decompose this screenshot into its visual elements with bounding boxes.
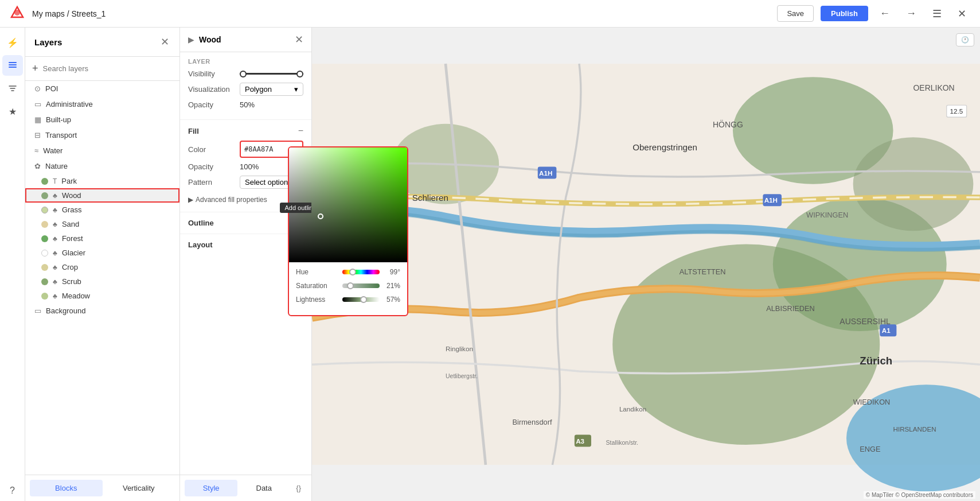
saturation-value: 21% [383, 282, 400, 290]
layer-item-wood[interactable]: ♣ Wood [25, 188, 179, 203]
layer-group-nature[interactable]: ✿ Nature [25, 158, 179, 174]
close-button[interactable]: ✕ [953, 5, 971, 22]
layer-item-meadow[interactable]: ♣ Meadow [25, 289, 179, 303]
visibility-thumb-right [296, 71, 303, 77]
transport-icon: ⊟ [34, 131, 41, 139]
wood-back-icon[interactable]: ▶ [188, 35, 194, 44]
menu-button[interactable]: ☰ [928, 5, 946, 22]
hue-value: 99° [383, 268, 400, 276]
svg-text:Zürich: Zürich [860, 355, 892, 367]
layer-group-builtup[interactable]: ▦ Built-up [25, 112, 179, 127]
forward-button[interactable]: → [901, 5, 921, 22]
svg-point-10 [853, 137, 974, 231]
layer-group-poi[interactable]: ⊙ POI [25, 81, 179, 96]
wood-label: Wood [62, 191, 81, 200]
visibility-thumb-left [240, 71, 247, 77]
visualization-chevron: ▾ [294, 85, 298, 94]
hue-slider[interactable] [342, 270, 380, 274]
layer-group-water[interactable]: ≈ Water [25, 143, 179, 158]
visibility-label: Visibility [188, 69, 240, 78]
logo [9, 5, 25, 22]
opacity-label: Opacity [188, 100, 240, 109]
svg-text:ALTSTETTEN: ALTSTETTEN [680, 267, 726, 276]
sidebar-icon-lightning[interactable]: ⚡ [2, 32, 23, 53]
forest-icon: ♣ [53, 235, 57, 243]
sidebar-icon-star[interactable]: ★ [2, 101, 23, 122]
transport-label: Transport [45, 131, 77, 139]
layer-item-glacier[interactable]: ♣ Glacier [25, 246, 179, 260]
saturation-slider[interactable] [342, 283, 380, 288]
visibility-row: Visibility [188, 69, 303, 78]
nature-icon: ✿ [34, 162, 41, 170]
svg-text:Landikon: Landikon [619, 405, 646, 413]
meadow-label: Meadow [62, 292, 90, 300]
search-input[interactable] [43, 64, 173, 73]
layer-item-forest[interactable]: ♣ Forest [25, 231, 179, 246]
sidebar-icon-filter[interactable] [2, 78, 23, 99]
svg-text:12.5: 12.5 [950, 107, 963, 115]
layers-title: Layers [34, 37, 159, 47]
verticality-tab[interactable]: Verticality [103, 480, 175, 496]
map-area[interactable]: Schlieren Oberengstringen HÖNGG WIPKINGE… [312, 28, 980, 501]
svg-text:Ringlikon: Ringlikon [446, 345, 473, 352]
time-control[interactable]: 🕐 [956, 33, 974, 46]
style-tab[interactable]: Style [185, 480, 237, 496]
code-tab[interactable]: {} [290, 480, 307, 496]
back-button[interactable]: ← [875, 5, 895, 22]
sidebar-icon-help[interactable]: ? [2, 480, 23, 501]
layer-item-grass[interactable]: ♣ Grass [25, 203, 179, 217]
svg-text:A1H: A1H [764, 196, 778, 204]
lightness-thumb [360, 296, 367, 303]
publish-button[interactable]: Publish [821, 6, 868, 21]
svg-rect-3 [9, 64, 17, 65]
hue-row: Hue 99° [296, 268, 400, 276]
layer-group-administrative[interactable]: ▭ Administrative [25, 96, 179, 112]
svg-text:WIPKINGEN: WIPKINGEN [806, 211, 848, 219]
visibility-slider[interactable] [240, 73, 303, 75]
data-tab[interactable]: Data [237, 480, 290, 496]
breadcrumb: My maps / Streets_1 [32, 9, 106, 18]
layer-group-background[interactable]: ▭ Background [25, 303, 179, 319]
blocks-tab[interactable]: Blocks [30, 480, 103, 496]
svg-text:Birmensdorf: Birmensdorf [513, 418, 552, 426]
outline-header: Outline + Add outline [188, 217, 303, 229]
pattern-placeholder: Select option [245, 178, 288, 187]
fill-title: Fill [188, 127, 298, 135]
svg-text:ALBISRIEDEN: ALBISRIEDEN [766, 304, 815, 313]
opacity-value: 50% [240, 100, 303, 109]
hue-thumb [349, 269, 356, 275]
wood-title: Wood [199, 35, 295, 44]
add-layer-button[interactable]: + [32, 63, 38, 75]
fill-minus-button[interactable]: − [298, 126, 303, 136]
opacity-row: Opacity 50% [188, 100, 303, 109]
visualization-row: Visualization Polygon ▾ [188, 83, 303, 96]
lightness-slider[interactable] [342, 297, 380, 302]
layer-item-park[interactable]: T Park [25, 174, 179, 188]
wood-close-button[interactable]: ✕ [295, 33, 303, 46]
layer-group-transport[interactable]: ⊟ Transport [25, 127, 179, 143]
visualization-select[interactable]: Polygon ▾ [240, 83, 303, 96]
sidebar-icon-layers[interactable] [2, 55, 23, 76]
forest-label: Forest [62, 234, 83, 243]
wood-color [41, 192, 48, 199]
saturation-row: Saturation 21% [296, 282, 400, 290]
layer-item-sand[interactable]: ♣ Sand [25, 217, 179, 231]
outline-title: Outline [188, 219, 297, 227]
save-button[interactable]: Save [777, 5, 814, 22]
add-outline-tooltip: Add outline [280, 203, 312, 213]
layer-item-scrub[interactable]: ♣ Scrub [25, 274, 179, 289]
color-sliders: Hue 99° Saturation 21% Lightness 57% [289, 262, 407, 315]
color-picker-cursor [318, 213, 323, 219]
svg-text:Uetlibergstr.: Uetlibergstr. [446, 373, 478, 379]
icon-sidebar: ⚡ ★ ? [0, 28, 25, 501]
svg-text:HIRSLANDEN: HIRSLANDEN [893, 425, 936, 433]
layers-list: ⊙ POI ▭ Administrative ▦ Built-up ⊟ Tran… [25, 81, 179, 475]
layers-close-button[interactable]: ✕ [159, 34, 170, 49]
layer-item-crop[interactable]: ♣ Crop [25, 260, 179, 274]
meadow-color [41, 293, 48, 300]
background-icon: ▭ [34, 306, 41, 315]
sand-label: Sand [62, 220, 79, 228]
layers-search-bar: + [25, 57, 179, 81]
scrub-color [41, 278, 48, 285]
water-label: Water [43, 146, 63, 155]
